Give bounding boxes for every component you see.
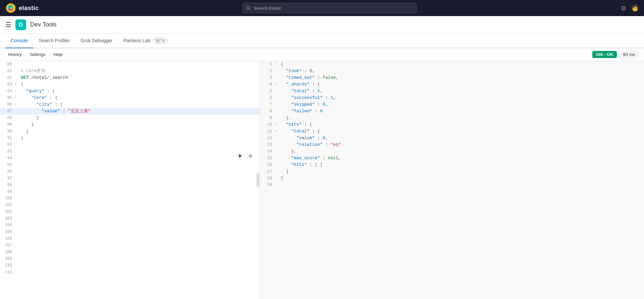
global-search-bar[interactable]: Search Elastic (243, 3, 417, 13)
line-number: 108 (0, 249, 15, 255)
wrench-button[interactable] (247, 152, 254, 160)
fold-icon[interactable]: ▾ (15, 88, 19, 95)
app-icon: D (15, 19, 26, 30)
editor-line-93: 93 (0, 148, 260, 155)
line-number: 104 (0, 222, 15, 229)
editor-line-90: 90 } (0, 128, 260, 135)
code-content: "city" : { (19, 101, 260, 108)
line-number: 101 (0, 202, 15, 208)
output-line-number: 1 (260, 61, 275, 68)
help-button[interactable]: Help (51, 51, 65, 58)
editor-line-91: 91} (0, 135, 260, 141)
output-line-number: 5 (260, 88, 275, 95)
code-content: "query" : { (19, 88, 260, 95)
output-line-12: 12 "value" : 0, (260, 135, 644, 141)
line-number: 105 (0, 229, 15, 235)
code-content: } (19, 135, 260, 141)
output-code-content: } (279, 175, 644, 182)
output-fold-icon[interactable]: ▾ (275, 128, 279, 135)
editor-line-110: 110 (0, 262, 260, 269)
output-line-number: 15 (260, 155, 275, 162)
line-number: 109 (0, 255, 15, 262)
output-code-content: "hits" : { (279, 121, 644, 128)
output-fold-icon[interactable]: ▾ (275, 81, 279, 88)
line-number: 85 (0, 95, 15, 101)
line-number: 106 (0, 235, 15, 242)
output-line-15: 15 "max_score" : null, (260, 155, 644, 162)
output-code-content: "timed_out" : false, (279, 74, 644, 81)
editor-line-107: 107 (0, 242, 260, 249)
line-number: 94 (0, 155, 15, 162)
svg-line-6 (249, 9, 250, 10)
editor-code-area[interactable]: 8081# term查询82GET /hotel/_search83▾{84▾ … (0, 61, 260, 299)
line-number: 103 (0, 215, 15, 222)
output-panel: 1▾{2 "took" : 0,3 "timed_out" : false,4▾… (260, 61, 644, 299)
output-line-19: 19 (260, 182, 644, 188)
tab-search-profiler[interactable]: Search Profiler (33, 34, 75, 48)
svg-point-3 (7, 6, 10, 10)
output-code-content: }, (279, 148, 644, 155)
tab-console[interactable]: Console (5, 34, 33, 48)
output-code-content: "_shards" : { (279, 81, 644, 88)
history-button[interactable]: History (5, 51, 24, 58)
top-navbar: elastic Search Elastic ⊙ 🧑 (0, 0, 644, 16)
line-number: 92 (0, 141, 15, 148)
panel-resize-handle[interactable] (256, 173, 260, 187)
run-button[interactable] (237, 152, 244, 160)
editor-line-106: 106 (0, 235, 260, 242)
output-line-2: 2 "took" : 0, (260, 68, 644, 74)
beta-badge: BETA (153, 38, 168, 43)
tab-painless-lab[interactable]: Painless Lab BETA (118, 34, 173, 48)
line-number: 86 (0, 101, 15, 108)
help-circle-icon[interactable]: ⊙ (621, 4, 626, 12)
settings-button[interactable]: Settings (27, 51, 48, 58)
hamburger-icon[interactable]: ☰ (5, 21, 11, 29)
editor-line-100: 100 (0, 195, 260, 202)
output-line-number: 13 (260, 141, 275, 148)
tab-grok-debugger[interactable]: Grok Debugger (75, 34, 118, 48)
output-code-content: "successful" : 1, (279, 95, 644, 101)
output-line-16: 16 "hits" : [ ] (260, 162, 644, 168)
editor-line-89: 89 } (0, 121, 260, 128)
editor-line-82: 82GET /hotel/_search (0, 74, 260, 81)
line-number: 80 (0, 61, 15, 68)
line-number: 90 (0, 128, 15, 135)
editor-panel: 8081# term查询82GET /hotel/_search83▾{84▾ … (0, 61, 260, 299)
fold-icon[interactable]: ▾ (15, 95, 19, 101)
output-code-content: "skipped" : 0, (279, 101, 644, 108)
user-icon[interactable]: 🧑 (631, 4, 639, 12)
editor-line-97: 97 (0, 175, 260, 182)
editor-line-103: 103 (0, 215, 260, 222)
line-number: 87 (0, 108, 15, 115)
tabs-bar: Console Search Profiler Grok Debugger Pa… (0, 34, 644, 48)
line-number: 99 (0, 188, 15, 195)
editor-line-104: 104 (0, 222, 260, 229)
output-line-number: 10 (260, 121, 275, 128)
line-number: 111 (0, 269, 15, 276)
editor-line-88: 88 } (0, 115, 260, 121)
line-number: 91 (0, 135, 15, 141)
output-line-1: 1▾{ (260, 61, 644, 68)
svg-marker-7 (239, 154, 242, 158)
output-line-9: 9 }, (260, 115, 644, 121)
app-header: ☰ D Dev Tools (0, 16, 644, 34)
logo-area: elastic (5, 3, 39, 13)
fold-icon[interactable]: ▾ (15, 101, 19, 108)
output-line-14: 14 }, (260, 148, 644, 155)
output-fold-icon[interactable]: ▾ (275, 61, 279, 68)
output-line-13: 13 "relation" : "eq" (260, 141, 644, 148)
app-title: Dev Tools (30, 21, 57, 28)
fold-icon[interactable]: ▾ (15, 81, 19, 88)
elastic-logo-icon[interactable] (5, 3, 16, 13)
output-code-content: }, (279, 115, 644, 121)
code-content: { (19, 81, 260, 88)
editor-line-85: 85▾ "term" : { (0, 95, 260, 101)
line-number: 110 (0, 262, 15, 269)
output-line-number: 11 (260, 128, 275, 135)
editor-line-98: 98 (0, 182, 260, 188)
output-line-number: 3 (260, 74, 275, 81)
output-code-content: "took" : 0, (279, 68, 644, 74)
output-line-11: 11▾ "total" : { (260, 128, 644, 135)
line-number: 100 (0, 195, 15, 202)
output-fold-icon[interactable]: ▾ (275, 121, 279, 128)
